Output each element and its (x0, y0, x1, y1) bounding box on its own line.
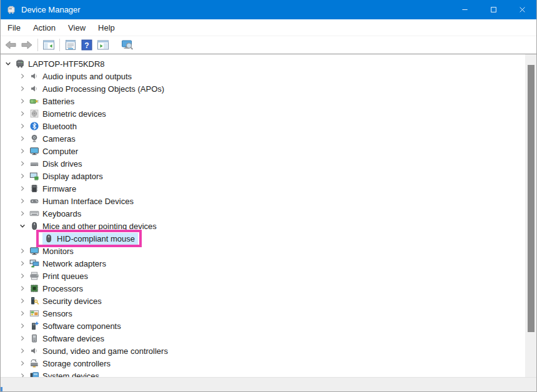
menu-item-view[interactable]: View (62, 21, 92, 35)
chevron-right-icon[interactable] (16, 246, 29, 256)
vertical-scrollbar[interactable] (525, 54, 536, 377)
scan-hardware-icon (121, 39, 134, 51)
tree-item-label: Batteries (42, 96, 76, 107)
back-arrow-button[interactable] (2, 37, 19, 52)
tree-item-system-devices[interactable]: System devices (1, 370, 525, 377)
tree-item-firmware[interactable]: Firmware (1, 182, 525, 195)
battery-icon (29, 96, 39, 106)
indent-spacer (1, 276, 16, 277)
minimize-button[interactable] (450, 0, 479, 19)
close-button[interactable] (508, 0, 536, 19)
chevron-right-icon[interactable] (16, 371, 29, 377)
tree-item-software-components[interactable]: Software components (1, 320, 525, 332)
console-tree-icon (42, 39, 55, 51)
tree-item-keyboards[interactable]: Keyboards (1, 207, 525, 220)
tree-item-security-devices[interactable]: Security devices (1, 295, 525, 307)
tree-item-software-devices[interactable]: Software devices (1, 332, 525, 345)
sensors-icon (29, 308, 39, 318)
tree-item-audio-processing-objects-apos[interactable]: Audio Processing Objects (APOs) (1, 82, 525, 95)
chevron-right-icon[interactable] (16, 196, 29, 206)
chevron-right-icon[interactable] (16, 159, 29, 169)
indent-spacer (1, 189, 16, 189)
tree-item-print-queues[interactable]: Print queues (1, 270, 525, 282)
vertical-scrollbar-thumb[interactable] (528, 65, 535, 332)
tree-item-monitors[interactable]: Monitors (1, 245, 525, 257)
indent-spacer (1, 351, 16, 351)
help-icon: ? (81, 39, 93, 51)
tree-item-display-adaptors[interactable]: Display adaptors (1, 170, 525, 182)
tree-item-disk-drives[interactable]: Disk drives (1, 157, 525, 170)
tree-item-label: Network adapters (42, 258, 108, 269)
tree-item-laptop-htf5kdr8[interactable]: LAPTOP-HTF5KDR8 (1, 57, 525, 70)
tree-item-hid-compliant-mouse[interactable]: HID-compliant mouse (1, 232, 525, 245)
indent-spacer (1, 114, 16, 114)
system-devices-icon (29, 371, 39, 377)
indent-spacer (1, 326, 16, 326)
mouse-icon (43, 233, 54, 243)
chevron-right-icon[interactable] (16, 283, 29, 293)
chevron-down-icon[interactable] (16, 221, 29, 231)
tree-item-label: Processors (42, 283, 85, 294)
storage-controller-icon (29, 358, 39, 368)
chevron-right-icon[interactable] (16, 321, 29, 331)
horizontal-scrollbar[interactable] (1, 377, 536, 391)
indent-spacer (1, 139, 16, 139)
tree-item-bluetooth[interactable]: Bluetooth (1, 120, 525, 132)
chevron-right-icon[interactable] (16, 121, 29, 131)
corner-artifact (1, 387, 2, 391)
chevron-down-icon[interactable] (2, 59, 14, 69)
tree-item-human-interface-devices[interactable]: Human Interface Devices (1, 195, 525, 207)
tree-item-sensors[interactable]: Sensors (1, 307, 525, 320)
chevron-right-icon[interactable] (16, 71, 29, 81)
tree-item-processors[interactable]: Processors (1, 282, 525, 295)
menu-item-file[interactable]: File (1, 21, 27, 35)
indent-spacer (1, 151, 16, 152)
tree-item-storage-controllers[interactable]: Storage controllers (1, 357, 525, 370)
tree-item-sound-video-and-game-controllers[interactable]: Sound, video and game controllers (1, 345, 525, 357)
tree-item-label: Audio Processing Objects (APOs) (42, 84, 166, 94)
action-pane-button[interactable] (95, 37, 111, 52)
tree-item-label: Computer (42, 146, 80, 157)
indent-spacer (1, 376, 16, 376)
chevron-right-icon[interactable] (16, 146, 29, 156)
tree-item-audio-inputs-and-outputs[interactable]: Audio inputs and outputs (1, 70, 525, 82)
tree-item-label: Biometric devices (42, 109, 108, 119)
tree-item-batteries[interactable]: Batteries (1, 95, 525, 107)
tree-item-mice-and-other-pointing-devices[interactable]: Mice and other pointing devices (1, 220, 525, 232)
chevron-right-icon[interactable] (16, 109, 29, 119)
chevron-right-icon[interactable] (16, 134, 29, 144)
console-tree-button[interactable] (41, 37, 57, 52)
tree-item-cameras[interactable]: Cameras (1, 132, 525, 145)
chevron-right-icon[interactable] (16, 171, 29, 181)
indent-spacer (1, 251, 16, 252)
tree-item-computer[interactable]: Computer (1, 145, 525, 157)
scan-hardware-button[interactable] (119, 37, 135, 52)
tree-item-biometric-devices[interactable]: Biometric devices (1, 107, 525, 120)
maximize-button[interactable] (479, 0, 508, 19)
chevron-right-icon[interactable] (16, 258, 29, 268)
chevron-right-icon[interactable] (16, 346, 29, 356)
tree-item-label: Firmware (42, 184, 78, 194)
chevron-right-icon[interactable] (16, 208, 29, 218)
menu-item-action[interactable]: Action (27, 21, 62, 35)
properties-button[interactable] (62, 37, 79, 52)
chevron-right-icon[interactable] (16, 308, 29, 318)
indent-spacer (1, 226, 16, 227)
chevron-right-icon[interactable] (16, 184, 29, 194)
chevron-right-icon[interactable] (16, 271, 29, 281)
printer-icon (29, 271, 39, 281)
computer-icon (14, 59, 25, 69)
chevron-right-icon[interactable] (16, 96, 29, 106)
chevron-right-icon[interactable] (16, 296, 29, 306)
menu-item-help[interactable]: Help (92, 21, 121, 35)
chevron-right-icon[interactable] (16, 84, 29, 94)
titlebar[interactable]: Device Manager (1, 0, 536, 19)
chevron-right-icon[interactable] (16, 358, 29, 368)
forward-arrow-button[interactable] (19, 37, 35, 52)
chevron-right-icon[interactable] (16, 333, 29, 343)
menubar: FileActionViewHelp (1, 19, 536, 36)
speaker-icon (29, 71, 39, 81)
help-button[interactable]: ? (79, 37, 95, 52)
tree-item-network-adapters[interactable]: Network adapters (1, 257, 525, 270)
software-device-icon (29, 333, 39, 343)
